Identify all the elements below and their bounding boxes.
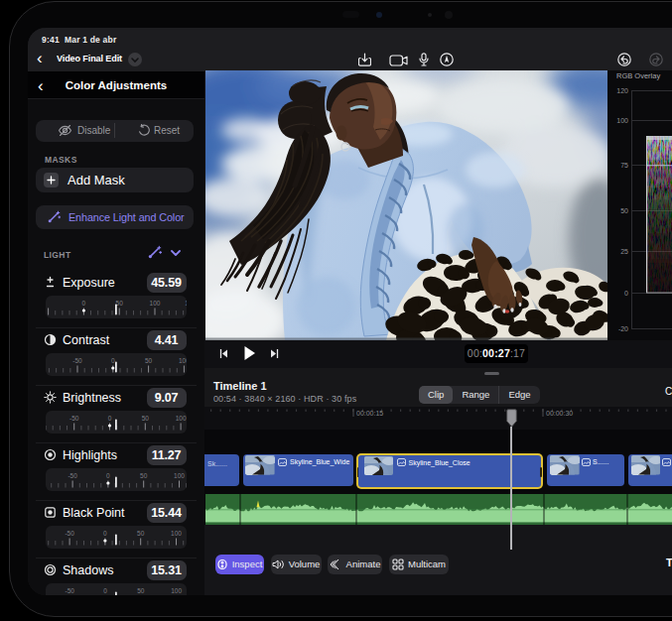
svg-text:50: 50 [141, 415, 149, 422]
svg-text:00:00:30: 00:00:30 [546, 410, 573, 417]
svg-text:0: 0 [103, 587, 107, 594]
svg-text:-50: -50 [65, 587, 74, 594]
svg-text:100: 100 [175, 415, 186, 422]
svg-text:0: 0 [103, 530, 107, 537]
svg-text:100: 100 [171, 530, 182, 537]
svg-text:-50: -50 [68, 415, 78, 422]
svg-text:50: 50 [140, 472, 148, 479]
svg-text:50: 50 [137, 530, 145, 537]
svg-text:-50: -50 [67, 472, 77, 479]
svg-text:50: 50 [144, 357, 152, 364]
svg-text:0: 0 [81, 300, 85, 307]
svg-text:150: 150 [185, 300, 187, 307]
svg-text:00:00:15: 00:00:15 [356, 410, 383, 417]
svg-text:25: 25 [620, 248, 628, 255]
svg-text:120: 120 [616, 87, 628, 94]
svg-text:0: 0 [110, 357, 114, 364]
svg-text:100: 100 [171, 587, 182, 594]
svg-text:-20: -20 [618, 325, 628, 332]
svg-text:100: 100 [149, 300, 160, 307]
svg-text:0: 0 [624, 290, 628, 297]
svg-text:100: 100 [174, 472, 185, 479]
svg-text:100: 100 [178, 357, 186, 364]
svg-text:-50: -50 [72, 357, 82, 364]
svg-text:100: 100 [616, 117, 628, 124]
svg-text:0: 0 [106, 472, 110, 479]
svg-text:50: 50 [137, 587, 145, 594]
svg-text:0: 0 [107, 415, 111, 422]
svg-text:75: 75 [620, 162, 628, 169]
svg-text:50: 50 [620, 207, 628, 214]
svg-text:-50: -50 [65, 530, 74, 537]
